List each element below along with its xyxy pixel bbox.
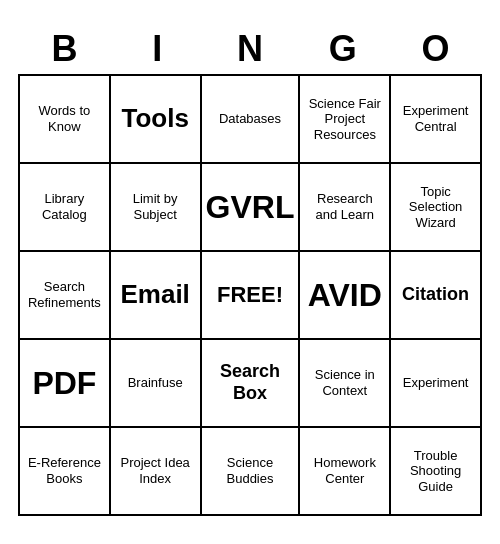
bingo-header: BINGO: [18, 28, 482, 70]
header-letter: G: [299, 28, 387, 70]
bingo-cell: Email: [111, 252, 202, 340]
bingo-cell: Homework Center: [300, 428, 391, 516]
bingo-cell: Science Fair Project Resources: [300, 76, 391, 164]
bingo-cell: Search Refinements: [20, 252, 111, 340]
bingo-cell: Brainfuse: [111, 340, 202, 428]
bingo-grid: Words to KnowToolsDatabasesScience Fair …: [18, 74, 482, 516]
header-letter: I: [113, 28, 201, 70]
bingo-cell: Citation: [391, 252, 482, 340]
bingo-cell: FREE!: [202, 252, 301, 340]
bingo-card: BINGO Words to KnowToolsDatabasesScience…: [10, 20, 490, 524]
bingo-cell: Experiment Central: [391, 76, 482, 164]
bingo-cell: Topic Selection Wizard: [391, 164, 482, 252]
bingo-cell: Library Catalog: [20, 164, 111, 252]
bingo-cell: E-Reference Books: [20, 428, 111, 516]
bingo-cell: Tools: [111, 76, 202, 164]
bingo-cell: Limit by Subject: [111, 164, 202, 252]
bingo-cell: Search Box: [202, 340, 301, 428]
bingo-cell: PDF: [20, 340, 111, 428]
bingo-cell: Research and Learn: [300, 164, 391, 252]
bingo-cell: Databases: [202, 76, 301, 164]
bingo-cell: Experiment: [391, 340, 482, 428]
bingo-cell: Science Buddies: [202, 428, 301, 516]
bingo-cell: Trouble Shooting Guide: [391, 428, 482, 516]
bingo-cell: Project Idea Index: [111, 428, 202, 516]
bingo-cell: Science in Context: [300, 340, 391, 428]
header-letter: N: [206, 28, 294, 70]
header-letter: B: [20, 28, 108, 70]
bingo-cell: GVRL: [202, 164, 301, 252]
bingo-cell: AVID: [300, 252, 391, 340]
header-letter: O: [392, 28, 480, 70]
bingo-cell: Words to Know: [20, 76, 111, 164]
